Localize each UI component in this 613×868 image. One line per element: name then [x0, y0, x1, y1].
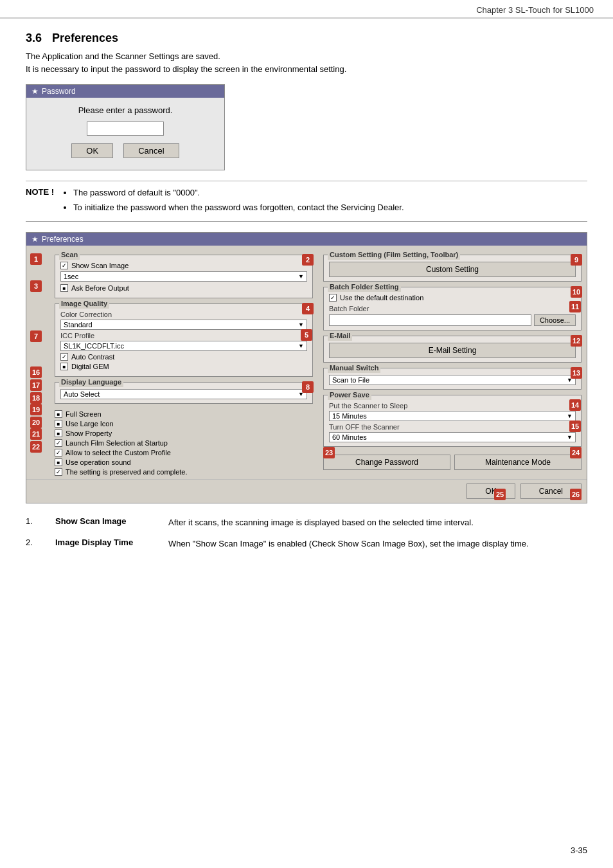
- password-ok-button[interactable]: OK: [71, 143, 113, 158]
- chapter-title: Chapter 3 SL-Touch for SL1000: [476, 5, 594, 15]
- password-dialog: ★ Password Please enter a password. OK C…: [26, 84, 225, 170]
- badge-3: 3: [30, 280, 42, 292]
- batch-folder-path: [329, 314, 531, 326]
- prefs-title: Preferences: [42, 235, 84, 244]
- password-icon: ★: [31, 87, 39, 96]
- badge-24: 24: [570, 447, 582, 458]
- password-input[interactable]: [87, 122, 164, 136]
- item-name-1: Show Scan Image: [55, 516, 158, 526]
- turn-off-dropdown[interactable]: 60 Minutes ▼: [329, 432, 576, 442]
- page-header: Chapter 3 SL-Touch for SL1000: [0, 0, 613, 19]
- password-buttons: OK Cancel: [37, 143, 214, 162]
- section-title: Preferences: [52, 32, 118, 45]
- badge-8-dl: 8: [302, 381, 314, 393]
- dropdown-arrow7: ▼: [567, 434, 573, 440]
- badge-12: 12: [571, 335, 582, 347]
- ask-before-label: Ask Before Output: [71, 284, 129, 292]
- full-screen-checkbox[interactable]: [55, 410, 62, 418]
- use-large-icon-checkbox[interactable]: [55, 420, 62, 428]
- email-title: E-Mail: [328, 331, 352, 341]
- note-label: NOTE !: [26, 186, 54, 216]
- ask-before-checkbox[interactable]: [60, 284, 68, 292]
- setting-preserved-checkbox[interactable]: [55, 468, 62, 476]
- email-group: E-Mail 12 E-Mail Setting: [323, 336, 582, 363]
- use-default-checkbox[interactable]: [329, 294, 337, 302]
- sleep-dropdown[interactable]: 15 Minutes ▼: [329, 411, 576, 421]
- change-password-button[interactable]: Change Password: [323, 455, 450, 470]
- setting-preserved-label: The setting is preserved and complete.: [66, 468, 188, 476]
- show-property-checkbox[interactable]: [55, 429, 62, 437]
- page-number: 3-35: [571, 845, 587, 855]
- use-operation-sound-row: Use operation sound: [55, 458, 313, 466]
- item-name-2: Image Display Time: [55, 538, 158, 547]
- items-list: 1. Show Scan Image After it scans, the s…: [26, 516, 587, 550]
- badge-20: 20: [30, 417, 42, 428]
- icc-dropdown[interactable]: SL1K_ICCDFLT.icc ▼: [60, 341, 307, 351]
- prefs-ok-button[interactable]: OK: [466, 484, 515, 499]
- show-scan-label: Show Scan Image: [71, 262, 129, 269]
- extra-checkboxes: Full Screen Use Large Icon Show Property…: [55, 409, 313, 479]
- badge-14: 14: [569, 399, 581, 411]
- digital-gem-label: Digital GEM: [71, 363, 109, 370]
- intro-line2: It is necessary to input the password to…: [26, 63, 587, 76]
- auto-contrast-checkbox[interactable]: [60, 353, 68, 361]
- intro-text: The Application and the Scanner Settings…: [26, 50, 587, 75]
- password-title: Password: [42, 87, 76, 96]
- email-setting-button[interactable]: E-Mail Setting: [329, 343, 576, 358]
- badge-1: 1: [30, 253, 42, 265]
- prefs-icon: ★: [31, 235, 39, 244]
- preferences-dialog: ★ Preferences 1 3 7: [26, 232, 587, 503]
- note-item-1: The password of default is "0000".: [73, 186, 404, 200]
- choose-button[interactable]: Choose...: [534, 314, 576, 326]
- launch-film-label: Launch Film Selection at Startup: [66, 439, 168, 447]
- custom-setting-button[interactable]: Custom Setting: [329, 262, 576, 277]
- full-screen-label: Full Screen: [66, 410, 102, 418]
- maintenance-mode-button[interactable]: Maintenance Mode: [454, 455, 582, 470]
- allow-custom-row: Allow to select the Custom Profile: [55, 449, 313, 457]
- language-dropdown[interactable]: Auto Select ▼: [60, 389, 307, 399]
- digital-gem-row: Digital GEM: [60, 363, 307, 370]
- prefs-titlebar: ★ Preferences: [26, 233, 587, 246]
- allow-custom-label: Allow to select the Custom Profile: [66, 449, 171, 457]
- digital-gem-checkbox[interactable]: [60, 363, 68, 370]
- badge-13: 13: [571, 367, 582, 379]
- scan-to-file-dropdown[interactable]: Scan to File ▼: [329, 375, 576, 385]
- note-item-2: To initialize the password when the pass…: [73, 201, 404, 215]
- note-section: NOTE ! The password of default is "0000"…: [26, 181, 587, 222]
- allow-custom-checkbox[interactable]: [55, 449, 62, 457]
- standard-dropdown[interactable]: Standard ▼: [60, 320, 307, 330]
- custom-setting-group: Custom Setting (Film Setting, Toolbar) 9…: [323, 255, 582, 282]
- password-titlebar: ★ Password: [26, 85, 224, 98]
- turn-off-label: Turn OFF the Scanner: [329, 423, 576, 431]
- use-operation-sound-checkbox[interactable]: [55, 458, 62, 466]
- item-desc-1: After it scans, the scanning image is di…: [168, 516, 587, 529]
- badge-22: 22: [30, 441, 42, 453]
- section-number: 3.6: [26, 32, 42, 45]
- auto-contrast-label: Auto Contrast: [71, 353, 114, 361]
- batch-folder-title: Batch Folder Setting: [328, 282, 401, 292]
- show-scan-checkbox[interactable]: [60, 262, 68, 269]
- launch-film-checkbox[interactable]: [55, 439, 62, 447]
- manual-switch-title: Manual Switch: [328, 363, 380, 373]
- use-large-icon-label: Use Large Icon: [66, 420, 114, 428]
- batch-folder-label: Batch Folder: [329, 305, 369, 312]
- badge-5: 5: [301, 329, 312, 341]
- badge-11: 11: [569, 301, 581, 312]
- password-cancel-button[interactable]: Cancel: [123, 143, 179, 158]
- badge-17: 17: [30, 379, 42, 391]
- badge-21: 21: [30, 428, 42, 440]
- use-operation-sound-label: Use operation sound: [66, 458, 131, 466]
- item-number-1: 1.: [26, 516, 45, 526]
- display-time-dropdown[interactable]: 1sec ▼: [60, 271, 307, 282]
- scan-group: Scan 2 Show Scan Image 1sec ▼: [55, 255, 313, 298]
- prefs-left-panel: Scan 2 Show Scan Image 1sec ▼: [55, 251, 318, 479]
- dropdown-arrow3: ▼: [298, 343, 304, 349]
- password-body: Please enter a password. OK Cancel: [26, 98, 224, 170]
- color-correction-label: Color Correction: [60, 311, 307, 318]
- custom-setting-title: Custom Setting (Film Setting, Toolbar): [328, 250, 460, 260]
- dropdown-arrow2: ▼: [298, 321, 304, 328]
- put-scanner-label: Put the Scanner to Sleep: [329, 402, 576, 410]
- power-save-group: Power Save Put the Scanner to Sleep 14 1…: [323, 395, 582, 447]
- badge-2: 2: [302, 254, 314, 266]
- badge-9: 9: [571, 254, 582, 266]
